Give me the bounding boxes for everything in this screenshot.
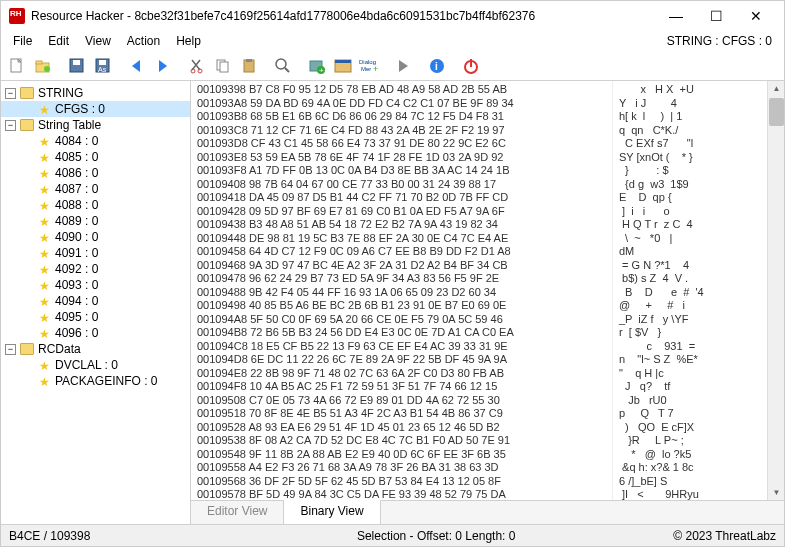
app-icon	[9, 8, 25, 24]
svg-text:As: As	[98, 66, 107, 73]
menu-edit[interactable]: Edit	[40, 32, 77, 50]
add-resource-button[interactable]: +	[305, 54, 329, 78]
run-button[interactable]	[391, 54, 415, 78]
svg-rect-7	[99, 60, 106, 65]
statusbar: B4CE / 109398 Selection - Offset: 0 Leng…	[1, 524, 784, 546]
tree-leaf[interactable]: 4096 : 0	[1, 325, 190, 341]
star-icon	[39, 359, 51, 371]
tree-label: CFGS : 0	[55, 102, 105, 116]
status-position: B4CE / 109398	[9, 529, 199, 543]
tree-leaf[interactable]: 4094 : 0	[1, 293, 190, 309]
star-icon	[39, 231, 51, 243]
star-icon	[39, 375, 51, 387]
collapse-icon[interactable]: −	[5, 88, 16, 99]
info-button[interactable]: i	[425, 54, 449, 78]
tree-label: 4086 : 0	[55, 166, 98, 180]
tab-binary-view[interactable]: Binary View	[284, 500, 380, 524]
save-button[interactable]	[65, 54, 89, 78]
power-button[interactable]	[459, 54, 483, 78]
tree-leaf[interactable]: 4090 : 0	[1, 229, 190, 245]
save-as-button[interactable]: As	[91, 54, 115, 78]
tree-leaf[interactable]: 4087 : 0	[1, 181, 190, 197]
star-icon	[39, 167, 51, 179]
tree-label: RCData	[38, 342, 81, 356]
tree-label: 4084 : 0	[55, 134, 98, 148]
cut-button[interactable]	[185, 54, 209, 78]
collapse-icon[interactable]: −	[5, 120, 16, 131]
tree-label: 4085 : 0	[55, 150, 98, 164]
back-button[interactable]	[125, 54, 149, 78]
tree-leaf[interactable]: DVCLAL : 0	[1, 357, 190, 373]
new-button[interactable]	[5, 54, 29, 78]
star-icon	[39, 295, 51, 307]
svg-point-3	[44, 66, 50, 72]
tree-leaf[interactable]: 4089 : 0	[1, 213, 190, 229]
minimize-button[interactable]: —	[656, 2, 696, 30]
collapse-icon[interactable]: −	[5, 344, 16, 355]
tree-label: 4095 : 0	[55, 310, 98, 324]
svg-rect-5	[73, 60, 80, 65]
menu-file[interactable]: File	[5, 32, 40, 50]
tree-leaf[interactable]: 4095 : 0	[1, 309, 190, 325]
menu-view[interactable]: View	[77, 32, 119, 50]
menu-help[interactable]: Help	[168, 32, 209, 50]
tree-leaf[interactable]: 4086 : 0	[1, 165, 190, 181]
tree-label: 4087 : 0	[55, 182, 98, 196]
forward-button[interactable]	[151, 54, 175, 78]
tree-label: String Table	[38, 118, 101, 132]
tree-label: 4092 : 0	[55, 262, 98, 276]
tree-leaf[interactable]: 4093 : 0	[1, 277, 190, 293]
menu-context-path: STRING : CFGS : 0	[667, 34, 780, 48]
tree-leaf[interactable]: 4085 : 0	[1, 149, 190, 165]
find-button[interactable]	[271, 54, 295, 78]
svg-point-15	[276, 59, 286, 69]
menu-action[interactable]: Action	[119, 32, 168, 50]
folder-icon	[20, 87, 34, 99]
merge-button[interactable]: DialogMer+	[357, 54, 381, 78]
status-selection: Selection - Offset: 0 Length: 0	[199, 529, 673, 543]
close-button[interactable]: ✕	[736, 2, 776, 30]
tree-label: 4096 : 0	[55, 326, 98, 340]
hex-bytes[interactable]: 00109398 B7 C8 F0 95 12 D5 78 EB AD 48 A…	[191, 81, 612, 500]
star-icon	[39, 311, 51, 323]
tree-leaf[interactable]: PACKAGEINFO : 0	[1, 373, 190, 389]
dialog-button[interactable]	[331, 54, 355, 78]
tree-leaf[interactable]: 4091 : 0	[1, 245, 190, 261]
tree-leaf[interactable]: 4092 : 0	[1, 261, 190, 277]
paste-button[interactable]	[237, 54, 261, 78]
tree-node-string[interactable]: − STRING	[1, 85, 190, 101]
resource-tree[interactable]: − STRING CFGS : 0 − String Table 4084 : …	[1, 81, 191, 524]
tree-label: DVCLAL : 0	[55, 358, 118, 372]
hex-ascii[interactable]: x H X +U Y i J 4 h[ k l ) | 1 q qn C*K./…	[612, 81, 767, 500]
status-copyright: © 2023 ThreatLabz	[673, 529, 776, 543]
svg-text:i: i	[435, 61, 438, 72]
star-icon	[39, 103, 51, 115]
view-tabs: Editor View Binary View	[191, 500, 784, 524]
folder-icon	[20, 119, 34, 131]
svg-rect-2	[36, 61, 42, 64]
maximize-button[interactable]: ☐	[696, 2, 736, 30]
star-icon	[39, 327, 51, 339]
hex-viewer[interactable]: 00109398 B7 C8 F0 95 12 D5 78 EB AD 48 A…	[191, 81, 784, 500]
tree-label: 4093 : 0	[55, 278, 98, 292]
vertical-scrollbar[interactable]: ▲ ▼	[767, 81, 784, 500]
tree-leaf-cfgs[interactable]: CFGS : 0	[1, 101, 190, 117]
menubar: File Edit View Action Help STRING : CFGS…	[1, 31, 784, 51]
tree-node-rcdata[interactable]: − RCData	[1, 341, 190, 357]
tree-leaf[interactable]: 4084 : 0	[1, 133, 190, 149]
open-button[interactable]	[31, 54, 55, 78]
copy-button[interactable]	[211, 54, 235, 78]
star-icon	[39, 199, 51, 211]
folder-icon	[20, 343, 34, 355]
tree-label: 4094 : 0	[55, 294, 98, 308]
tree-label: STRING	[38, 86, 83, 100]
window-title: Resource Hacker - 8cbe32f31befe7c4169f25…	[31, 9, 656, 23]
tree-leaf[interactable]: 4088 : 0	[1, 197, 190, 213]
tab-editor-view[interactable]: Editor View	[191, 501, 284, 524]
tree-node-stringtable[interactable]: − String Table	[1, 117, 190, 133]
scroll-up-icon[interactable]: ▲	[769, 81, 784, 96]
scroll-down-icon[interactable]: ▼	[769, 485, 784, 500]
tree-label: 4090 : 0	[55, 230, 98, 244]
svg-rect-14	[246, 59, 252, 62]
scroll-thumb[interactable]	[769, 98, 784, 126]
